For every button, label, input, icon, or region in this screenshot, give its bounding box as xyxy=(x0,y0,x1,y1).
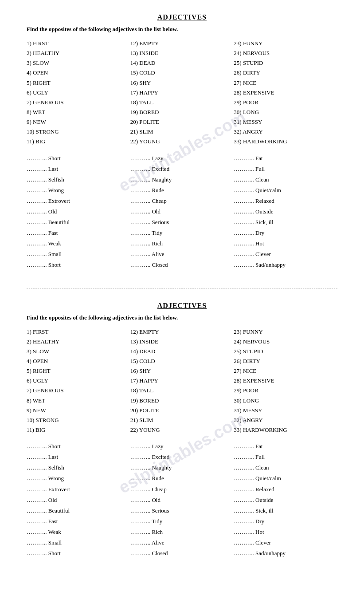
numbered-item: 7) GENEROUS xyxy=(27,386,130,395)
numbered-item: 32) ANGRY xyxy=(234,127,337,136)
answer-item: ……….. Tidy xyxy=(130,517,234,526)
answer-item: ……….. Outside xyxy=(234,207,337,217)
numbered-item: 19) BORED xyxy=(130,396,234,405)
numbered-item: 26) DIRTY xyxy=(234,68,337,77)
answer-item: ……….. Alive xyxy=(130,249,234,259)
answer-item: ……….. Outside xyxy=(234,495,337,505)
numbered-item: 15) COLD xyxy=(130,357,234,366)
numbered-item: 9) NEW xyxy=(27,118,130,126)
numbered-item: 30) LONG xyxy=(234,396,337,405)
numbered-item: 20) POLITE xyxy=(130,118,234,126)
answer-item: ……….. Rude xyxy=(130,186,234,195)
numbered-col2: 12) EMPTY13) INSIDE14) DEAD15) COLD16) S… xyxy=(130,39,234,146)
numbered-item: 15) COLD xyxy=(130,68,234,77)
numbered-item: 19) BORED xyxy=(130,108,234,117)
answer-item: ……….. Beautiful xyxy=(27,217,130,227)
answer-col2-b: ……….. Lazy……….. Excited……….. Naughty……….… xyxy=(130,442,234,558)
numbered-item: 21) SLIM xyxy=(130,127,234,136)
answer-item: ……….. Lazy xyxy=(130,154,234,163)
divider xyxy=(27,288,337,288)
answer-item: ……….. Cheap xyxy=(130,485,234,494)
numbered-item: 7) GENEROUS xyxy=(27,98,130,107)
numbered-item: 2) HEALTHY xyxy=(27,337,130,346)
numbered-item: 3) SLOW xyxy=(27,59,130,67)
answer-item: ……….. Excited xyxy=(130,164,234,174)
answer-col1: ……….. Short……….. Last……….. Selfish……….. … xyxy=(27,154,130,270)
answer-col1-b: ……….. Short……….. Last……….. Selfish……….. … xyxy=(27,442,130,558)
answer-item: ……….. Wrong xyxy=(27,474,130,483)
numbered-item: 32) ANGRY xyxy=(234,416,337,425)
numbered-item: 28) EXPENSIVE xyxy=(234,376,337,385)
answer-item: ……….. Weak xyxy=(27,527,130,537)
answer-item: ……….. Selfish xyxy=(27,463,130,473)
numbered-col1-b: 1) FIRST2) HEALTHY3) SLOW4) OPEN5) RIGHT… xyxy=(27,328,130,435)
numbered-item: 17) HAPPY xyxy=(130,376,234,385)
answer-item: ……….. Wrong xyxy=(27,186,130,195)
numbered-item: 5) RIGHT xyxy=(27,367,130,375)
numbered-item: 8) WET xyxy=(27,108,130,117)
answer-item: ……….. Relaxed xyxy=(234,196,337,206)
numbered-item: 18) TALL xyxy=(130,98,234,107)
answer-item: ……….. Quiet/calm xyxy=(234,186,337,195)
numbered-item: 11) BIG xyxy=(27,426,130,434)
numbered-item: 14) DEAD xyxy=(130,347,234,356)
numbered-item: 12) EMPTY xyxy=(130,39,234,48)
numbered-item: 25) STUPID xyxy=(234,347,337,356)
numbered-item: 12) EMPTY xyxy=(130,328,234,336)
answer-item: ……….. Fat xyxy=(234,154,337,163)
numbered-item: 24) NERVOUS xyxy=(234,49,337,58)
numbered-item: 9) NEW xyxy=(27,406,130,415)
answer-item: ……….. Serious xyxy=(130,506,234,516)
numbered-item: 5) RIGHT xyxy=(27,79,130,87)
answer-item: ……….. Last xyxy=(27,164,130,174)
answer-item: ……….. Tidy xyxy=(130,228,234,238)
answer-item: ……….. Rich xyxy=(130,527,234,537)
answer-item: ……….. Clever xyxy=(234,249,337,259)
answer-item: ……….. Sick, ill xyxy=(234,217,337,227)
numbered-item: 33) HARDWORKING xyxy=(234,137,337,146)
numbered-item: 16) SHY xyxy=(130,79,234,87)
answer-item: ……….. Old xyxy=(27,495,130,505)
answer-item: ……….. Extrovert xyxy=(27,485,130,494)
numbered-item: 2) HEALTHY xyxy=(27,49,130,58)
answer-item: ……….. Full xyxy=(234,164,337,174)
answer-item: ……….. Naughty xyxy=(130,463,234,473)
numbered-item: 6) UGLY xyxy=(27,88,130,97)
answer-item: ……….. Closed xyxy=(130,549,234,558)
answer-list-2: ……….. Short……….. Last……….. Selfish……….. … xyxy=(27,442,337,558)
numbered-item: 1) FIRST xyxy=(27,39,130,48)
answer-item: ……….. Small xyxy=(27,538,130,548)
numbered-item: 4) OPEN xyxy=(27,68,130,77)
answer-item: ……….. Extrovert xyxy=(27,196,130,206)
numbered-item: 22) YOUNG xyxy=(130,426,234,434)
answer-item: ……….. Serious xyxy=(130,217,234,227)
worksheet-1: ADJECTIVES Find the opposites of the fol… xyxy=(27,13,337,270)
answer-item: ……….. Fast xyxy=(27,517,130,526)
numbered-item: 1) FIRST xyxy=(27,328,130,336)
worksheet-2: ADJECTIVES Find the opposites of the fol… xyxy=(27,302,337,559)
numbered-item: 30) LONG xyxy=(234,108,337,117)
numbered-item: 21) SLIM xyxy=(130,416,234,425)
numbered-list-1: 1) FIRST2) HEALTHY3) SLOW4) OPEN5) RIGHT… xyxy=(27,39,337,146)
answer-item: ……….. Cheap xyxy=(130,196,234,206)
answer-item: ……….. Short xyxy=(27,549,130,558)
numbered-item: 31) MESSY xyxy=(234,118,337,126)
answer-item: ……….. Weak xyxy=(27,239,130,249)
numbered-item: 20) POLITE xyxy=(130,406,234,415)
answer-item: ……….. Clever xyxy=(234,538,337,548)
numbered-list-2: 1) FIRST2) HEALTHY3) SLOW4) OPEN5) RIGHT… xyxy=(27,328,337,435)
answer-col2: ……….. Lazy……….. Excited……….. Naughty……….… xyxy=(130,154,234,270)
numbered-item: 27) NICE xyxy=(234,79,337,87)
answer-item: ……….. Selfish xyxy=(27,175,130,185)
numbered-col3-b: 23) FUNNY24) NERVOUS25) STUPID26) DIRTY2… xyxy=(234,328,337,435)
answer-item: ……….. Short xyxy=(27,154,130,163)
numbered-item: 4) OPEN xyxy=(27,357,130,366)
numbered-item: 33) HARDWORKING xyxy=(234,426,337,434)
numbered-col1: 1) FIRST2) HEALTHY3) SLOW4) OPEN5) RIGHT… xyxy=(27,39,130,146)
answer-item: ……….. Fast xyxy=(27,228,130,238)
numbered-item: 23) FUNNY xyxy=(234,328,337,336)
answer-item: ……….. Hot xyxy=(234,239,337,249)
answer-item: ……….. Old xyxy=(130,207,234,217)
answer-item: ……….. Sad/unhappy xyxy=(234,260,337,270)
numbered-item: 26) DIRTY xyxy=(234,357,337,366)
